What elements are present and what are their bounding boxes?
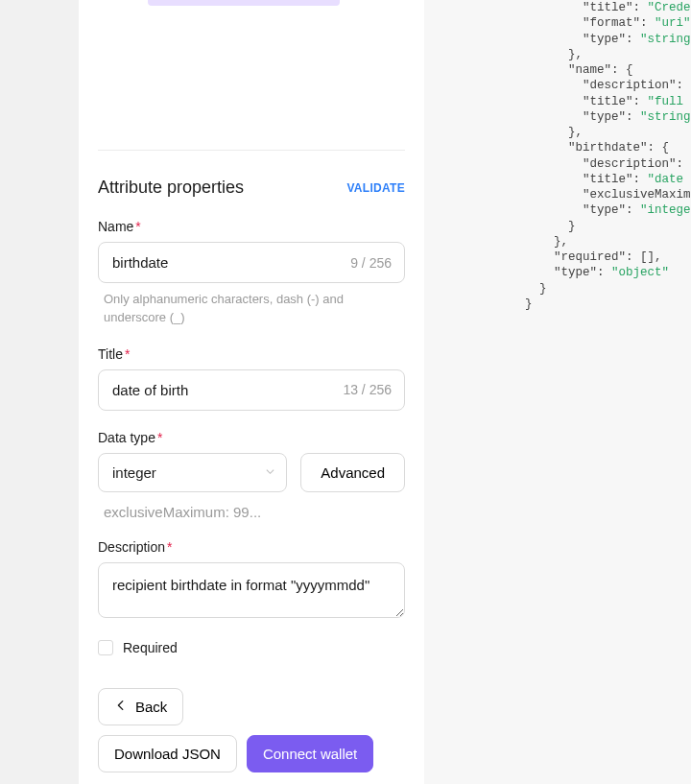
datatype-label: Data type* xyxy=(98,430,405,445)
datatype-constraint-text: exclusiveMaximum: 99... xyxy=(98,504,405,520)
title-label: Title* xyxy=(98,346,405,362)
advanced-button[interactable]: Advanced xyxy=(300,453,405,492)
description-textarea[interactable] xyxy=(98,562,405,618)
download-json-button[interactable]: Download JSON xyxy=(98,735,237,772)
name-char-count: 9 / 256 xyxy=(350,255,392,271)
name-label: Name* xyxy=(98,219,405,234)
title-char-count: 13 / 256 xyxy=(343,382,392,397)
back-button[interactable]: Back xyxy=(98,688,183,725)
section-title: Attribute properties xyxy=(98,178,244,198)
form-panel: Attribute properties VALIDATE Name* 9 / … xyxy=(79,0,424,784)
connect-wallet-button[interactable]: Connect wallet xyxy=(247,735,373,772)
required-checkbox[interactable] xyxy=(98,640,113,655)
validate-link[interactable]: VALIDATE xyxy=(346,181,405,195)
datatype-select[interactable]: integer xyxy=(98,453,287,492)
arrow-left-icon xyxy=(114,699,128,715)
json-preview-panel: "title": "Credential subject "format": "… xyxy=(424,0,691,784)
required-label: Required xyxy=(123,640,178,655)
schema-preview-tile xyxy=(148,0,340,6)
divider xyxy=(98,150,405,151)
name-helper-text: Only alphanumeric characters, dash (-) a… xyxy=(98,291,405,327)
description-label: Description* xyxy=(98,539,405,555)
